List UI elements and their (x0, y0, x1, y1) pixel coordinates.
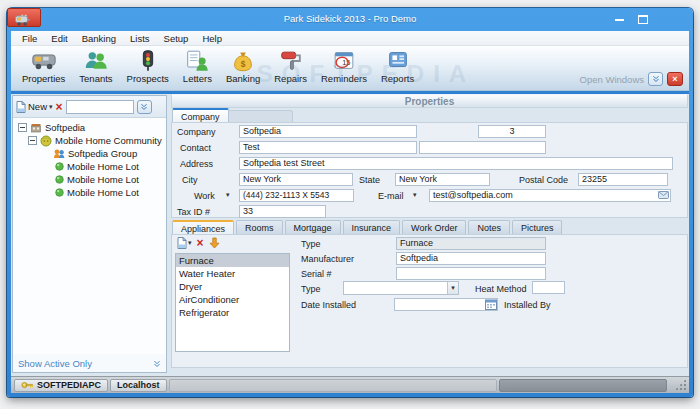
tree-item-label: Mobile Home Lot (67, 187, 139, 198)
send-email-icon[interactable] (658, 191, 669, 199)
unit-count-input[interactable]: 3 (478, 125, 546, 138)
toolbar-properties-button[interactable]: Properties (15, 48, 72, 85)
heat-method-input[interactable] (532, 281, 565, 294)
delete-button[interactable]: × (56, 102, 63, 112)
appliance-subtype-combobox[interactable]: ▾ (343, 281, 459, 295)
resize-grip[interactable] (674, 378, 687, 391)
collapse-icon[interactable] (18, 123, 27, 132)
menu-setup[interactable]: Setup (157, 33, 196, 44)
list-item-dryer[interactable]: Dryer (176, 280, 289, 293)
tree-search-input[interactable] (66, 100, 134, 114)
tax-id-input[interactable]: 33 (239, 205, 326, 218)
appliance-type-value: Furnace (396, 237, 546, 250)
show-active-only-link[interactable]: Show Active Only (18, 358, 92, 369)
combobox-arrow-icon[interactable]: ▾ (447, 282, 458, 294)
date-picker-icon[interactable] (485, 299, 497, 310)
detail-tab-strip: Appliances Rooms Mortgage Insurance Work… (172, 220, 562, 234)
state-input[interactable]: New York (395, 173, 490, 186)
tab-mortgage[interactable]: Mortgage (285, 220, 341, 234)
date-installed-input[interactable] (394, 298, 498, 311)
menu-help[interactable]: Help (195, 33, 229, 44)
tab-rooms[interactable]: Rooms (236, 220, 283, 234)
open-windows-dropdown-button[interactable] (648, 72, 663, 86)
delete-appliance-button[interactable]: × (197, 238, 204, 248)
collapse-icon[interactable] (28, 136, 37, 145)
new-page-icon (177, 237, 187, 249)
phone-type-selector[interactable]: Work (194, 191, 215, 201)
company-form: Company Softpedia 3 Contact Test Address… (171, 122, 688, 218)
paint-roller-icon (278, 49, 304, 72)
serial-input[interactable] (396, 267, 546, 280)
tree-item-lot-3[interactable]: Mobile Home Lot (55, 186, 139, 199)
tree-item-group[interactable]: Softpedia Group (53, 147, 137, 160)
city-label: City (182, 175, 198, 185)
minimize-button[interactable] (611, 8, 627, 31)
minimize-icon (615, 19, 624, 21)
menu-edit[interactable]: Edit (44, 33, 74, 44)
toolbar-reminders-label: Reminders (321, 73, 367, 84)
toolbar-banking-button[interactable]: $ Banking (219, 48, 267, 85)
menu-bar: File Edit Banking Lists Setup Help (11, 31, 689, 46)
postal-code-input[interactable]: 23255 (578, 173, 668, 186)
tree-item-label: Mobile Home Community (55, 135, 162, 146)
toolbar-letters-button[interactable]: Letters (176, 48, 219, 85)
toolbar-tenants-button[interactable]: Tenants (72, 48, 119, 85)
toolbar-prospects-button[interactable]: Prospects (120, 48, 176, 85)
list-item-water-heater[interactable]: Water Heater (176, 267, 289, 280)
close-window-button[interactable]: × (667, 72, 683, 86)
tree-item-lot-1[interactable]: Mobile Home Lot (55, 160, 139, 173)
tree-item-softpedia[interactable]: Softpedia (18, 121, 85, 134)
new-button-label: New (28, 101, 47, 112)
tree-filter-dropdown-button[interactable] (137, 100, 152, 114)
chevron-down-icon[interactable] (153, 360, 161, 368)
tab-work-order[interactable]: Work Order (402, 220, 466, 234)
tree-item-community[interactable]: Mobile Home Community (28, 134, 162, 147)
tab-pictures[interactable]: Pictures (512, 220, 563, 234)
contact-extra-input[interactable] (419, 141, 546, 154)
traffic-light-icon (135, 49, 161, 72)
company-input[interactable]: Softpedia (239, 125, 417, 138)
title-bar[interactable]: Park Sidekick 2013 - Pro Demo × (7, 8, 693, 31)
city-input[interactable]: New York (239, 173, 353, 186)
toolbar-letters-label: Letters (183, 73, 212, 84)
new-button[interactable]: New ▾ (16, 101, 53, 113)
tab-insurance[interactable]: Insurance (343, 220, 401, 234)
toolbar-reminders-button[interactable]: 15 Reminders (314, 48, 374, 85)
email-type-selector[interactable]: E-mail (378, 191, 404, 201)
toolbar-reports-button[interactable]: Reports (374, 48, 421, 85)
list-item-refrigerator[interactable]: Refrigerator (176, 306, 289, 319)
main-toolbar: Properties Tenants Prospects Letters $ B… (11, 46, 689, 91)
building-icon (30, 122, 42, 133)
menu-banking[interactable]: Banking (75, 33, 123, 44)
svg-text:$: $ (241, 59, 246, 69)
contact-input[interactable]: Test (239, 141, 417, 154)
move-down-icon[interactable] (209, 237, 220, 249)
calendar-icon: 15 (331, 49, 357, 72)
list-item-furnace[interactable]: Furnace (176, 254, 289, 267)
email-type-dropdown-icon[interactable]: ▾ (413, 191, 417, 199)
key-icon (21, 380, 34, 390)
menu-lists[interactable]: Lists (123, 33, 157, 44)
maximize-button[interactable] (635, 8, 651, 31)
tab-company[interactable]: Company (172, 108, 229, 122)
list-item-airconditioner[interactable]: AirConditioner (176, 293, 289, 306)
phone-input[interactable]: (444) 232-1113 X 5543 (239, 189, 354, 202)
green-lot-icon (55, 175, 64, 184)
tab-notes[interactable]: Notes (468, 220, 510, 234)
address-input[interactable]: Softpedia test Street (239, 157, 673, 170)
host-status-segment: Localhost (110, 379, 167, 392)
status-bar: SOFTPEDIAPC Localhost (11, 376, 689, 393)
add-appliance-button[interactable]: ▾ (177, 237, 192, 249)
menu-file[interactable]: File (15, 33, 44, 44)
green-lot-icon (55, 162, 64, 171)
toolbar-repairs-button[interactable]: Repairs (267, 48, 314, 85)
chevron-down-icon (140, 103, 148, 111)
email-input[interactable]: test@softpedia.com (429, 189, 671, 202)
manufacturer-input[interactable]: Softpedia (396, 252, 546, 265)
tab-appliances[interactable]: Appliances (172, 220, 234, 234)
group-icon (53, 148, 65, 159)
chevron-down-icon (652, 75, 660, 83)
tree-item-lot-2[interactable]: Mobile Home Lot (55, 173, 139, 186)
phone-type-dropdown-icon[interactable]: ▾ (226, 191, 230, 199)
properties-tree-panel: New ▾ × Softpedia (12, 95, 167, 373)
